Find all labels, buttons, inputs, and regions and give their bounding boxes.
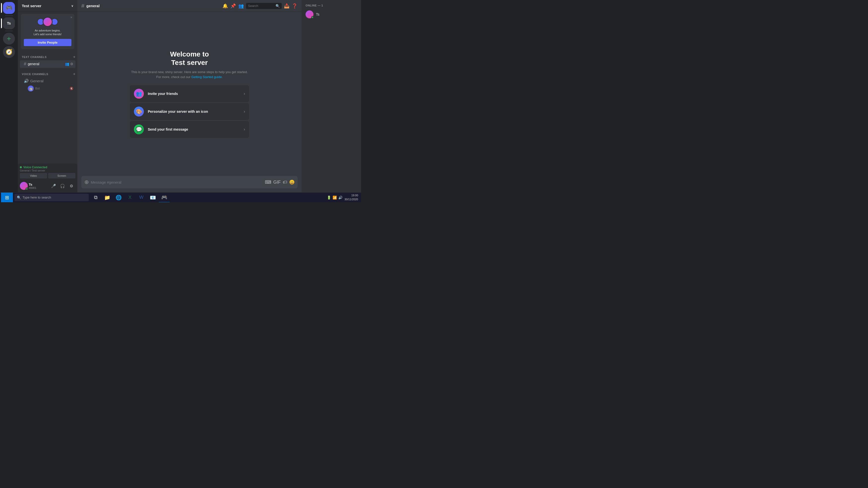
popup-text: An adventure begins. Let's add some frie… — [24, 29, 71, 36]
pin-icon-button[interactable]: 📌 — [230, 3, 236, 9]
taskbar-app-chrome[interactable]: 🌐 — [113, 193, 124, 202]
app-root: 🎮 Ts + 🧭 Test server ∨ — [0, 0, 361, 202]
deafen-button[interactable]: 🎧 — [59, 182, 66, 190]
member-status-dot — [311, 16, 314, 19]
invite-people-button[interactable]: Invite People — [24, 39, 71, 46]
popup-line2: Let's add some friends! — [24, 32, 71, 36]
keyboard-icon[interactable]: ⌨ — [265, 180, 271, 185]
first-message-label: Send your first message — [148, 127, 240, 131]
member-item[interactable]: Ts — [304, 9, 359, 20]
wifi-icon: 📶 — [333, 196, 337, 199]
start-button[interactable]: ⊞ — [1, 193, 13, 202]
explore-servers-button[interactable]: 🧭 — [3, 46, 15, 58]
user-discriminator: #0001 — [29, 186, 49, 189]
voice-user-avatar: 🤖 — [28, 86, 34, 92]
add-server-button[interactable]: + — [3, 33, 15, 44]
chat-input-area: ⊕ ⌨ GIF 🏷 😀 — [78, 176, 302, 192]
help-icon-button[interactable]: ❓ — [292, 3, 298, 9]
discord-home-icon[interactable]: 🎮 — [3, 2, 15, 14]
taskbar-app-taskview[interactable]: ⧉ — [90, 193, 101, 202]
members-icon: 👥 — [238, 3, 244, 9]
channel-item-general[interactable]: # general 👥 ⚙ — [20, 60, 75, 68]
connected-dot — [20, 166, 22, 168]
compass-icon: 🧭 — [6, 49, 12, 55]
channel-name-topbar: general — [86, 4, 99, 8]
voice-channels-section: VOICE CHANNELS + 🔊 General 🤖 Bot 🔇 — [18, 68, 78, 92]
message-input[interactable] — [91, 177, 263, 187]
inbox-icon: 📥 — [284, 3, 289, 9]
taskbar-app-outlook[interactable]: 📧 — [147, 193, 158, 202]
discord-taskbar-icon: 🎮 — [161, 194, 167, 200]
inbox-icon-button[interactable]: 📥 — [284, 3, 290, 9]
outlook-icon: 📧 — [150, 195, 156, 200]
members-icon[interactable]: 👥 — [65, 62, 69, 66]
taskbar-app-discord[interactable]: 🎮 — [159, 193, 169, 202]
search-icon: 🔍 — [276, 4, 280, 8]
server-header[interactable]: Test server ∨ — [18, 0, 78, 12]
user-panel: Ts #0001 🎤 🎧 ⚙ — [18, 180, 78, 192]
settings-icon[interactable]: ⚙ — [70, 62, 73, 66]
chevron-right-icon-message: › — [244, 127, 245, 132]
taskbar-app-excel[interactable]: X — [124, 193, 135, 202]
voice-user-item[interactable]: 🤖 Bot 🔇 — [28, 85, 75, 92]
screen-button[interactable]: Screen — [48, 173, 75, 178]
personalize-item[interactable]: 🎨 Personalize your server with an icon › — [130, 103, 249, 120]
channel-icons: 👥 ⚙ — [65, 62, 73, 66]
gif-icon[interactable]: GIF — [273, 180, 281, 185]
welcome-line2: Test server — [170, 59, 209, 67]
text-channels-label: TEXT CHANNELS — [22, 56, 46, 59]
time-display: 19:00 — [344, 194, 358, 197]
voice-channel-general[interactable]: 🔊 General — [20, 77, 75, 85]
add-voice-channel-button[interactable]: + — [73, 72, 75, 76]
user-settings-button[interactable]: ⚙ — [67, 182, 75, 190]
action-list: 👥 Invite your friends › 🎨 Personalize yo… — [130, 85, 249, 138]
invite-friends-item[interactable]: 👥 Invite your friends › — [130, 85, 249, 102]
username: Ts — [29, 183, 49, 186]
online-header: ONLINE — 1 — [304, 4, 359, 9]
voice-connected-text: Voice Connected — [23, 166, 47, 169]
sidebar-spacer — [18, 92, 78, 164]
getting-started-link[interactable]: Getting Started guide. — [191, 75, 223, 79]
bell-icon: 🔔 — [222, 3, 228, 9]
voice-actions: Video Screen — [20, 173, 75, 178]
taskbar-app-explorer[interactable]: 📁 — [102, 193, 113, 202]
add-attachment-button[interactable]: ⊕ — [84, 176, 89, 188]
voice-channels-header[interactable]: VOICE CHANNELS + — [18, 68, 78, 77]
video-button[interactable]: Video — [20, 173, 47, 178]
excel-icon: X — [128, 195, 131, 200]
mute-button[interactable]: 🎤 — [50, 182, 58, 190]
personalize-icon: 🎨 — [136, 108, 142, 115]
taskbar-search-placeholder: Type here to search — [23, 196, 51, 199]
add-text-channel-button[interactable]: + — [73, 55, 75, 59]
user-info: Ts #0001 — [29, 183, 49, 189]
main-content: # general 🔔 📌 👥 Search 🔍 — [78, 0, 302, 192]
bell-icon-button[interactable]: 🔔 — [222, 3, 228, 9]
server-name: Test server — [22, 4, 41, 8]
channel-name-general: general — [28, 62, 39, 66]
word-icon: W — [140, 195, 144, 200]
search-bar[interactable]: Search 🔍 — [246, 3, 282, 9]
status-dot — [26, 188, 28, 190]
microphone-icon: 🎤 — [51, 184, 56, 188]
chevron-right-icon-invite: › — [244, 92, 245, 96]
mute-icon: 🔇 — [70, 87, 73, 90]
welcome-container: Welcome to Test server This is your bran… — [130, 50, 249, 138]
chat-input-icons: ⌨ GIF 🏷 😀 — [265, 180, 294, 185]
chat-input-box: ⊕ ⌨ GIF 🏷 😀 — [81, 176, 298, 188]
popup-close-button[interactable]: × — [70, 15, 72, 19]
text-channels-section: TEXT CHANNELS + # general 👥 ⚙ — [18, 51, 78, 68]
emoji-icon[interactable]: 😀 — [289, 180, 294, 185]
user-avatar[interactable] — [20, 182, 28, 190]
text-channels-header[interactable]: TEXT CHANNELS + — [18, 51, 78, 60]
speaker-icon: 🔊 — [24, 78, 29, 83]
channel-hash-icon: # — [81, 3, 84, 9]
taskbar-search[interactable]: 🔍 Type here to search — [14, 194, 89, 201]
sticker-icon[interactable]: 🏷 — [283, 180, 287, 185]
members-icon-button[interactable]: 👥 — [238, 3, 244, 9]
first-message-item[interactable]: 💬 Send your first message › — [130, 121, 249, 138]
welcome-title: Welcome to Test server — [170, 50, 209, 67]
taskbar-app-word[interactable]: W — [136, 193, 147, 202]
voice-user-name: Bot — [35, 87, 40, 90]
server-icon-test[interactable]: Ts — [3, 18, 15, 29]
taskview-icon: ⧉ — [94, 195, 97, 200]
